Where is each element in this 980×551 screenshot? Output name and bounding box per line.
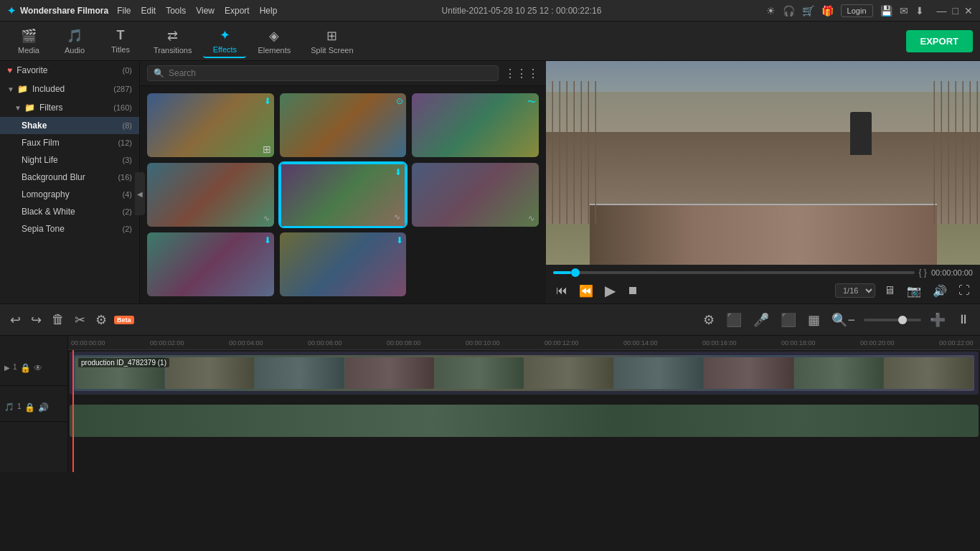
video-track-content: production ID_4782379 (1) (74, 355, 974, 391)
maximize-button[interactable]: □ (953, 5, 958, 17)
effect-mild[interactable]: ∿ Mild (147, 163, 274, 227)
fit-button[interactable]: ⛶ (956, 283, 973, 298)
voice-button[interactable]: 🎤 (750, 309, 772, 331)
menu-help[interactable]: Help (260, 6, 278, 16)
titles-tool[interactable]: T Titles (99, 25, 142, 57)
seek-fill (553, 271, 571, 274)
redo-button[interactable]: ↪ (28, 309, 44, 331)
effect-sideways1[interactable]: ⬇ ∿ Sideways 1 (280, 163, 407, 227)
gift-icon[interactable]: 🎁 (821, 5, 834, 17)
menu-tools[interactable]: Tools (166, 6, 186, 16)
effect-sideways2[interactable]: ∿ Sideways 2 (412, 163, 539, 227)
screenshot-button[interactable]: 📷 (904, 283, 924, 299)
window-controls: — □ ✕ (937, 5, 973, 17)
sidebar-item-faux-film[interactable]: Faux Film (12) (0, 134, 139, 151)
fullscreen-preview-button[interactable]: 🖥 (881, 283, 898, 298)
audio-lock-icon[interactable]: 🔒 (24, 402, 35, 413)
audio-detach-button[interactable]: ⬛ (778, 309, 799, 331)
cut-button[interactable]: ✂ (72, 309, 88, 331)
close-button[interactable]: ✕ (964, 5, 973, 17)
track-audio-icon: 🎵 (4, 402, 14, 412)
page-selector[interactable]: 1/16 (835, 283, 875, 298)
export-button[interactable]: EXPORT (906, 30, 973, 52)
media-tool[interactable]: 🎬 Media (7, 25, 50, 57)
frame-7 (614, 357, 703, 389)
panel-collapse-button[interactable]: ◀ (135, 172, 140, 215)
split-screen-tool[interactable]: ⊞ Split Screen (302, 25, 362, 57)
included-item[interactable]: ▼ 📁 Included (287) (0, 80, 139, 98)
titlebar: ✦ Wondershare Filmora File Edit Tools Vi… (0, 0, 980, 22)
shop-icon[interactable]: 🛒 (802, 5, 814, 17)
add-download-icon: ⬇ (264, 96, 271, 106)
favorite-item[interactable]: ♥ Favorite (0) (0, 61, 139, 80)
effect-extra2[interactable]: ⬇ (280, 232, 407, 296)
scene-detect-button[interactable]: ⚙ (700, 309, 717, 331)
caption-button[interactable]: ▦ (805, 309, 823, 331)
edit-right-controls: ⚙ ⬛ 🎤 ⬛ ▦ 🔍− ➕ ⏸ (700, 309, 973, 331)
download-icon[interactable]: ⬇ (915, 5, 924, 17)
minimize-button[interactable]: — (937, 5, 947, 17)
audio-track[interactable] (70, 405, 979, 437)
tick-22: 00:00:22:00 (939, 339, 980, 347)
sidebar-item-sepia[interactable]: Sepia Tone (2) (0, 220, 139, 237)
transitions-tool[interactable]: ⇄ Transitions (145, 25, 200, 57)
included-label: Included (32, 84, 113, 94)
zoom-out-button[interactable]: 🔍− (829, 309, 858, 331)
menu-file[interactable]: File (117, 6, 131, 16)
effect-chaos1[interactable]: ⬇ ⊞ Chaos 1 (147, 93, 274, 157)
night-life-count: (3) (123, 156, 132, 164)
zoom-thumb[interactable] (898, 316, 907, 324)
collapse-icon: ◀ (137, 190, 140, 198)
audio-settings-button[interactable]: ⚙ (93, 309, 110, 331)
effect-extreme[interactable]: 〜 Extreme (412, 93, 539, 157)
track-visible-icon[interactable]: 👁 (34, 363, 42, 373)
bg-blur-label: Background Blur (22, 172, 118, 182)
stop-button[interactable]: ⏹ (624, 283, 641, 298)
audio-track-controls: 1 🔒 🔊 (17, 402, 49, 413)
menu-view[interactable]: View (196, 6, 215, 16)
login-button[interactable]: Login (841, 4, 873, 17)
menu-export[interactable]: Export (225, 6, 250, 16)
effect-chaos2[interactable]: ⊙ Chaos 2 (280, 93, 407, 157)
audio-volume-icon[interactable]: 🔊 (38, 402, 49, 413)
seek-thumb[interactable] (571, 268, 580, 277)
effect-extra1[interactable]: ⬇ (147, 232, 274, 296)
sidebar-item-night-life[interactable]: Night Life (3) (0, 151, 139, 169)
beta-badge: Beta (114, 316, 134, 324)
video-track[interactable]: production ID_4782379 (1) (70, 352, 979, 395)
effects-tool[interactable]: ✦ Effects (203, 24, 246, 58)
audio-tool[interactable]: 🎵 Audio (53, 25, 96, 57)
fit-timeline-button[interactable]: ⏸ (954, 309, 973, 330)
volume-button[interactable]: 🔊 (930, 283, 950, 299)
sidebar-item-shake[interactable]: Shake (8) (0, 117, 139, 134)
zoom-in-button[interactable]: ➕ (927, 309, 948, 331)
track-gap (0, 386, 67, 393)
sidebar-item-black-white[interactable]: Black & White (2) (0, 203, 139, 220)
add-icon: ⊞ (263, 143, 271, 155)
undo-button[interactable]: ↩ (7, 309, 24, 331)
search-input[interactable] (169, 68, 492, 78)
mail-icon[interactable]: ✉ (900, 5, 908, 17)
grid-view-button[interactable]: ⋮⋮⋮ (504, 67, 539, 80)
playhead[interactable] (72, 350, 74, 472)
wave-sw2-icon: ∿ (528, 214, 534, 223)
search-box[interactable]: 🔍 (147, 65, 499, 81)
seek-track[interactable] (553, 271, 915, 274)
elements-tool[interactable]: ◈ Elements (249, 25, 299, 57)
delete-button[interactable]: 🗑 (49, 309, 67, 330)
sidebar-item-background-blur[interactable]: Background Blur (16) (0, 169, 139, 186)
headphone-icon[interactable]: 🎧 (783, 5, 795, 17)
included-count: (287) (113, 85, 132, 93)
step-back-button[interactable]: ⏮ (553, 283, 570, 298)
play-button[interactable]: ▶ (602, 281, 618, 301)
save-icon[interactable]: 💾 (880, 5, 892, 17)
frame-back-button[interactable]: ⏪ (576, 283, 596, 299)
track-lock-icon[interactable]: 🔒 (20, 363, 31, 373)
zoom-track[interactable] (864, 319, 921, 321)
mark-in-button[interactable]: ⬛ (723, 309, 745, 331)
sun-icon[interactable]: ☀ (766, 5, 776, 17)
person-silhouette (850, 112, 872, 155)
filters-group[interactable]: ▼ 📁 Filters (160) (0, 98, 139, 117)
sidebar-item-lomography[interactable]: Lomography (4) (0, 186, 139, 203)
menu-edit[interactable]: Edit (141, 6, 156, 16)
